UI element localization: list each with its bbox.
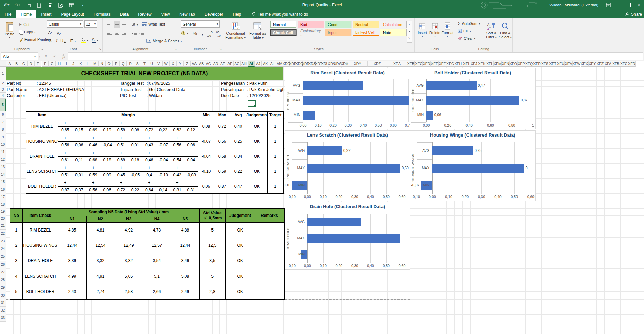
column-header-XEA[interactable]: XEA xyxy=(387,61,407,67)
column-header-I[interactable]: I xyxy=(63,61,70,67)
column-header-XES[interactable]: XES xyxy=(541,61,549,67)
clipboard-dialog-launcher[interactable]: ↘ xyxy=(40,48,43,51)
style-chip-check-cell[interactable]: Check Cell xyxy=(270,29,296,36)
column-header-XDS[interactable]: XDS xyxy=(309,61,316,67)
info-mid-label-0[interactable]: Tanggal Test xyxy=(120,80,144,86)
tab-file[interactable]: File xyxy=(0,10,16,18)
select-all-corner[interactable] xyxy=(0,61,6,67)
redo-icon[interactable]: ↷▾ xyxy=(14,2,20,8)
row-header-4[interactable]: 4 xyxy=(0,93,6,99)
align-middle-icon[interactable] xyxy=(114,21,120,28)
column-header-AB[interactable]: AB xyxy=(198,61,205,67)
style-chip-calculation[interactable]: Calculation xyxy=(380,21,407,28)
column-header-AA[interactable]: AA xyxy=(191,61,198,67)
font-dialog-launcher[interactable]: ↘ xyxy=(99,48,101,51)
column-header-AG[interactable]: AG xyxy=(234,61,241,67)
row-header-1[interactable]: 1 xyxy=(0,67,6,80)
column-header-XDX[interactable]: XDX xyxy=(341,61,348,67)
column-header-XEW[interactable]: XEW xyxy=(573,61,580,67)
info-mid-value-1[interactable]: : Get Clustered Data xyxy=(147,86,185,93)
row-header-30[interactable]: 30 xyxy=(0,291,6,299)
row-header-29[interactable]: 29 xyxy=(0,284,6,292)
selected-cell-AI5[interactable] xyxy=(248,100,256,107)
style-chip-good[interactable]: Good xyxy=(325,21,352,28)
alignment-dialog-launcher[interactable]: ↘ xyxy=(174,48,177,51)
delete-cells-button[interactable]: Delete▾ xyxy=(429,20,441,38)
column-header-K[interactable]: K xyxy=(77,61,84,67)
row-header-10[interactable]: 10 xyxy=(0,141,6,148)
column-header-XEM[interactable]: XEM xyxy=(494,61,502,67)
gallery-more-icon[interactable]: ▽ xyxy=(407,35,412,42)
column-header-XEL[interactable]: XEL xyxy=(486,61,494,67)
tab-review[interactable]: Review xyxy=(133,10,156,18)
decrease-indent-icon[interactable] xyxy=(131,30,137,37)
sort-filter-button[interactable]: AZ Sort & Filter ▾ xyxy=(484,20,498,39)
comma-style-icon[interactable]: , xyxy=(199,29,205,36)
column-header-B[interactable]: B xyxy=(13,61,20,67)
info-mid-value-0[interactable]: : 07/09/2025 xyxy=(147,80,170,86)
undo-icon[interactable]: ↶▾ xyxy=(3,2,10,8)
column-header-AJ[interactable]: AJ xyxy=(255,61,262,67)
tab-data[interactable]: Data xyxy=(115,10,133,18)
chart-housing-wings[interactable]: Housing Wings (Clustered Result Data)-0,… xyxy=(410,130,536,201)
tab-insert[interactable]: Insert xyxy=(36,10,56,18)
row-header-8[interactable]: 8 xyxy=(0,126,6,133)
column-header-XFA[interactable]: XFA xyxy=(604,61,612,67)
column-header-R[interactable]: R xyxy=(127,61,134,67)
gallery-up-icon[interactable]: ▴ xyxy=(407,21,412,28)
column-header-XEC[interactable]: XEC xyxy=(415,61,423,67)
row-header-11[interactable]: 11 xyxy=(0,148,6,156)
minimize-button[interactable]: ─ xyxy=(613,0,624,10)
customize-qat-icon[interactable]: ▾ xyxy=(80,2,86,9)
column-header-XFD[interactable]: XFD xyxy=(628,61,636,67)
row-header-19[interactable]: 19 xyxy=(0,208,6,215)
share-button[interactable]: Share xyxy=(625,10,642,18)
column-header-W[interactable]: W xyxy=(163,61,170,67)
column-header-XEG[interactable]: XEG xyxy=(446,61,454,67)
column-header-V[interactable]: V xyxy=(155,61,163,67)
column-header-AI[interactable]: AI xyxy=(248,61,255,67)
row-header-21[interactable]: 21 xyxy=(0,222,6,230)
increase-indent-icon[interactable] xyxy=(138,30,144,37)
info-left-value-0[interactable]: : 12345 xyxy=(37,80,51,86)
bold-button[interactable]: B xyxy=(47,37,53,44)
close-button[interactable]: × xyxy=(634,0,644,10)
info-right-label-1[interactable]: Persetujuan xyxy=(221,86,244,93)
tab-new-tab[interactable]: New Tab xyxy=(174,10,200,18)
row-header-9[interactable]: 9 xyxy=(0,133,6,141)
decrease-font-icon[interactable]: A▾ xyxy=(56,30,62,37)
tab-page-layout[interactable]: Page Layout xyxy=(56,10,88,18)
column-header-AH[interactable]: AH xyxy=(241,61,248,67)
style-chip-normal[interactable]: Normal xyxy=(270,21,296,28)
column-header-XFB[interactable]: XFB xyxy=(612,61,620,67)
column-header-C[interactable]: C xyxy=(20,61,28,67)
fill-color-button[interactable]: ▾ xyxy=(81,37,88,44)
row-header-13[interactable]: 13 xyxy=(0,163,6,171)
clear-button[interactable]: Clear▾ xyxy=(458,35,475,42)
column-header-XEP[interactable]: XEP xyxy=(518,61,525,67)
tab-home[interactable]: Home xyxy=(16,10,36,18)
column-header-XDO[interactable]: XDO xyxy=(283,61,290,67)
copy-button[interactable]: Copy▾ xyxy=(19,29,36,35)
column-header-H[interactable]: H xyxy=(56,61,63,67)
info-right-value-0[interactable]: : Pak Putin xyxy=(247,80,267,86)
row-header-12[interactable]: 12 xyxy=(0,156,6,163)
row-header-7[interactable]: 7 xyxy=(0,118,6,126)
row-header-24[interactable]: 24 xyxy=(0,245,6,253)
row-header-5[interactable]: 5 xyxy=(0,99,6,111)
row-header-14[interactable]: 14 xyxy=(0,171,6,178)
info-mid-label-1[interactable]: Tujuan Test xyxy=(120,86,142,93)
column-header-T[interactable]: T xyxy=(141,61,148,67)
column-header-XEY[interactable]: XEY xyxy=(589,61,596,67)
number-format-select[interactable]: General▾ xyxy=(181,20,220,28)
column-header-N[interactable]: N xyxy=(99,61,106,67)
column-header-XEF[interactable]: XEF xyxy=(439,61,446,67)
info-left-label-0[interactable]: Part No xyxy=(7,80,21,86)
tab-developer[interactable]: Developer xyxy=(200,10,228,18)
column-header-AF[interactable]: AF xyxy=(226,61,234,67)
column-header-X[interactable]: X xyxy=(170,61,177,67)
column-header-O[interactable]: O xyxy=(106,61,113,67)
style-chip-note[interactable]: Note xyxy=(380,29,407,36)
column-header-XEI[interactable]: XEI xyxy=(462,61,470,67)
gallery-down-icon[interactable]: ▾ xyxy=(407,28,412,35)
